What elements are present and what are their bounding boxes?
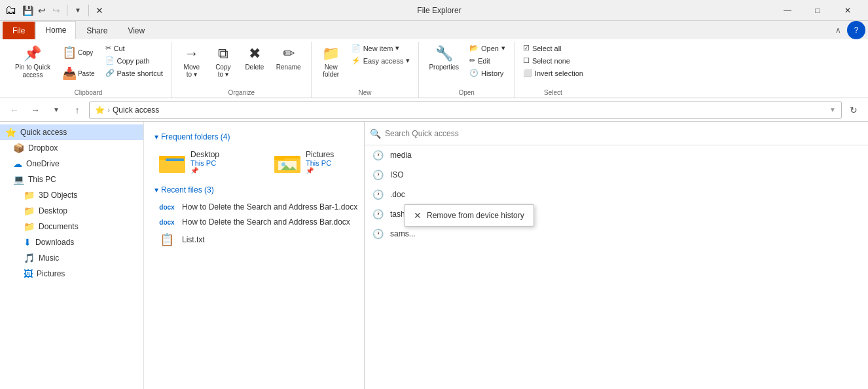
scissors-icon: ✂ bbox=[105, 44, 111, 52]
ribbon-group-clipboard: 📌 Pin to Quickaccess 📋 Copy 📥 Paste ✂ Cu… bbox=[5, 42, 172, 98]
title-bar: 🗂 💾 ↩ ↪ ▼ ✕ File Explorer — □ ✕ bbox=[0, 0, 868, 21]
history-button[interactable]: 🕐 History bbox=[466, 67, 509, 79]
sidebar-item-label-quick-access: Quick access bbox=[20, 128, 67, 137]
clipboard-label: Clipboard bbox=[10, 88, 166, 98]
move-label: Moveto ▾ bbox=[184, 64, 200, 78]
paste-label: Paste bbox=[78, 70, 95, 77]
remove-history-tooltip[interactable]: ✕ Remove from device history bbox=[404, 204, 534, 227]
copy-path-button[interactable]: 📄 Copy path bbox=[102, 54, 166, 67]
ribbon-group-select: ☑ Select all ☐ Select none ⬜ Invert sele… bbox=[515, 42, 592, 98]
properties-button[interactable]: 🔧 Properties bbox=[424, 42, 463, 74]
sidebar-item-this-pc[interactable]: 💻 This PC bbox=[0, 172, 143, 187]
window-controls: — □ ✕ bbox=[772, 0, 863, 21]
maximize-button[interactable]: □ bbox=[803, 0, 833, 21]
paste-shortcut-label: Paste shortcut bbox=[117, 69, 163, 77]
folder-item-pictures[interactable]: Pictures This PC 📌 bbox=[270, 147, 374, 177]
recent-files-label: Recent files (3) bbox=[161, 185, 214, 194]
sidebar-item-dropbox[interactable]: 📦 Dropbox bbox=[0, 140, 143, 156]
search-input[interactable] bbox=[385, 129, 863, 138]
history-clock-icon-2: 🕐 bbox=[372, 170, 384, 180]
select-none-label: Select none bbox=[532, 57, 570, 65]
easy-access-button[interactable]: ⚡ Easy access ▾ bbox=[348, 54, 414, 67]
select-all-button[interactable]: ☑ Select all bbox=[520, 42, 587, 54]
docx-badge-1: docx bbox=[157, 204, 177, 211]
address-path[interactable]: ⭐ › Quick access ▼ bbox=[89, 102, 842, 119]
sidebar-item-onedrive[interactable]: ☁ OneDrive bbox=[0, 156, 143, 172]
move-to-button[interactable]: → Moveto ▾ bbox=[177, 42, 206, 81]
edit-button[interactable]: ✏ Edit bbox=[466, 54, 509, 67]
paste-shortcut-icon: 🔗 bbox=[105, 69, 115, 77]
path-text: Quick access bbox=[113, 105, 159, 115]
search-result-iso[interactable]: 🕐 ISO bbox=[365, 165, 868, 185]
sidebar-item-documents[interactable]: 📁 Documents bbox=[0, 219, 143, 234]
up-button[interactable]: ↑ bbox=[68, 101, 86, 119]
folder-name-pictures: Pictures bbox=[306, 150, 334, 159]
tab-view[interactable]: View bbox=[118, 22, 154, 39]
tab-file[interactable]: File bbox=[3, 22, 35, 39]
svg-point-8 bbox=[281, 162, 285, 166]
save-button[interactable]: 💾 bbox=[21, 4, 34, 17]
select-content: ☑ Select all ☐ Select none ⬜ Invert sele… bbox=[520, 42, 587, 88]
sidebar-item-label-dropbox: Dropbox bbox=[28, 143, 58, 153]
sidebar-item-downloads[interactable]: ⬇ Downloads bbox=[0, 234, 143, 250]
paste-button[interactable]: 📥 Paste bbox=[58, 63, 99, 84]
search-result-text-sams: sams... bbox=[390, 229, 416, 238]
quick-access-icon: ⭐ bbox=[5, 127, 16, 138]
sidebar-item-quick-access[interactable]: ⭐ Quick access bbox=[0, 124, 143, 140]
sidebar-item-desktop[interactable]: 📁 Desktop bbox=[0, 203, 143, 219]
new-folder-icon: 📁 bbox=[322, 45, 340, 62]
sidebar-item-3d-objects[interactable]: 📁 3D Objects bbox=[0, 187, 143, 203]
search-result-media[interactable]: 🕐 media bbox=[365, 145, 868, 165]
path-dropdown-arrow[interactable]: ▼ bbox=[829, 106, 836, 113]
new-item-label: New item bbox=[363, 45, 393, 52]
new-folder-button[interactable]: 📁 Newfolder bbox=[317, 42, 346, 81]
clipboard-small-col: ✂ Cut 📄 Copy path 🔗 Paste shortcut bbox=[102, 42, 166, 79]
search-result-doc[interactable]: 🕐 .doc bbox=[365, 185, 868, 204]
refresh-button[interactable]: ↻ bbox=[844, 101, 863, 119]
svg-rect-3 bbox=[166, 158, 184, 161]
ribbon-group-new: 📁 Newfolder 📄 New item ▾ ⚡ Easy access ▾… bbox=[312, 42, 420, 98]
copy-button[interactable]: 📋 Copy bbox=[58, 42, 99, 63]
tab-share[interactable]: Share bbox=[77, 22, 117, 39]
pin-label: Pin to Quickaccess bbox=[15, 64, 50, 79]
folder-info-pictures: Pictures This PC 📌 bbox=[306, 150, 334, 174]
history-clock-icon-4: 🕐 bbox=[372, 209, 384, 219]
rename-button[interactable]: ✏ Rename bbox=[272, 42, 306, 74]
sidebar: ⭐ Quick access 📦 Dropbox ☁ OneDrive 💻 Th… bbox=[0, 122, 144, 389]
quick-access-star: ⭐ bbox=[95, 105, 105, 115]
history-clock-icon-1: 🕐 bbox=[372, 150, 384, 160]
minimize-button[interactable]: — bbox=[772, 0, 803, 21]
ribbon-collapse-button[interactable]: ∧ bbox=[829, 21, 847, 39]
desktop-icon: 📁 bbox=[24, 206, 35, 216]
folder-item-desktop[interactable]: Desktop This PC 📌 bbox=[154, 147, 259, 177]
paste-shortcut-button[interactable]: 🔗 Paste shortcut bbox=[102, 67, 166, 79]
undo-button[interactable]: ↩ bbox=[35, 4, 48, 17]
forward-button[interactable]: → bbox=[26, 101, 45, 119]
properties-icon: 🔧 bbox=[435, 45, 453, 62]
toolbar-separator2 bbox=[88, 5, 89, 16]
invert-selection-button[interactable]: ⬜ Invert selection bbox=[520, 67, 587, 79]
help-button[interactable]: ? bbox=[847, 21, 865, 39]
search-bar: 🔍 bbox=[365, 122, 868, 145]
properties-label: Properties bbox=[429, 64, 459, 71]
close-quick-button[interactable]: ✕ bbox=[93, 4, 106, 17]
open-button[interactable]: 📂 Open ▾ bbox=[466, 42, 509, 54]
search-result-tashm[interactable]: 🕐 tashm... ✕ Remove from device history bbox=[365, 204, 868, 224]
sidebar-item-pictures[interactable]: 🖼 Pictures bbox=[0, 266, 143, 282]
new-item-button[interactable]: 📄 New item ▾ bbox=[348, 42, 414, 54]
select-none-button[interactable]: ☐ Select none bbox=[520, 54, 587, 67]
redo-button[interactable]: ↪ bbox=[50, 4, 63, 17]
tab-home[interactable]: Home bbox=[35, 21, 76, 39]
sidebar-item-music[interactable]: 🎵 Music bbox=[0, 250, 143, 266]
sidebar-item-label-desktop: Desktop bbox=[39, 206, 67, 215]
customize-button[interactable]: ▼ bbox=[71, 4, 84, 17]
open-small-col: 📂 Open ▾ ✏ Edit 🕐 History bbox=[466, 42, 509, 79]
close-button[interactable]: ✕ bbox=[833, 0, 863, 21]
search-result-sams[interactable]: 🕐 sams... bbox=[365, 224, 868, 244]
pin-to-quick-access-button[interactable]: 📌 Pin to Quickaccess bbox=[10, 42, 55, 83]
delete-button[interactable]: ✖ Delete bbox=[240, 42, 269, 74]
cut-button[interactable]: ✂ Cut bbox=[102, 42, 166, 54]
back-button[interactable]: ← bbox=[5, 101, 24, 119]
copy-to-button[interactable]: ⧉ Copyto ▾ bbox=[209, 42, 238, 81]
recent-locations-button[interactable]: ▼ bbox=[47, 101, 65, 119]
